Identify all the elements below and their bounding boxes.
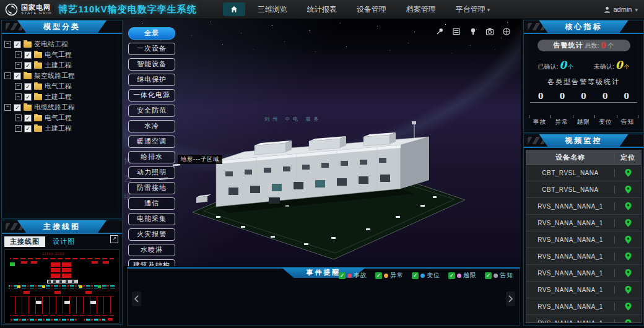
- layer-button[interactable]: 给排水: [128, 151, 175, 163]
- tree-node-label: 土建工程: [45, 61, 72, 70]
- legend-label: 告知: [500, 271, 513, 280]
- table-row[interactable]: RVS_NANA_NANA_1: [526, 231, 641, 248]
- expand-toggle-icon[interactable]: [15, 114, 22, 121]
- locate-button[interactable]: [625, 303, 632, 311]
- table-row[interactable]: RVS_NANA_NANA_1: [526, 215, 641, 231]
- nav-home-button[interactable]: [223, 2, 245, 16]
- expand-toggle-icon[interactable]: [15, 93, 22, 100]
- locate-button[interactable]: [625, 269, 632, 277]
- table-row[interactable]: CBT_RVSL_NANA: [526, 181, 641, 198]
- table-row[interactable]: RVS_NANA_NANA_1: [526, 198, 641, 215]
- layer-button[interactable]: 建筑及结构: [128, 259, 175, 266]
- expand-toggle-icon[interactable]: [4, 41, 11, 48]
- layers-icon[interactable]: [452, 27, 461, 36]
- panel-header: 主接线图: [2, 220, 122, 234]
- wiring-tab[interactable]: 设计图: [47, 236, 80, 247]
- expand-toggle-icon[interactable]: [15, 125, 22, 132]
- panel-title: 视频监控: [539, 134, 629, 147]
- locate-button[interactable]: [625, 169, 632, 177]
- locate-button[interactable]: [625, 319, 632, 324]
- pin-icon[interactable]: [435, 27, 444, 36]
- table-row[interactable]: RVS_NANA_NANA_1: [526, 248, 641, 265]
- nav-item[interactable]: 档案管理: [396, 4, 446, 15]
- model-category-panel: 模型分类 变电站工程 电气工程 土建工程: [1, 20, 123, 218]
- layer-button[interactable]: 暖通空调: [128, 136, 175, 148]
- tree-checkbox[interactable]: [24, 114, 32, 122]
- tree-node[interactable]: 电气工程: [4, 113, 120, 123]
- expand-toggle-icon[interactable]: [15, 62, 22, 69]
- main-wiring-panel: 主接线图 ↗ 主接线图 设计图 110kV 2016: [1, 220, 123, 325]
- expand-toggle-icon[interactable]: [4, 72, 11, 79]
- table-row[interactable]: RVS_NANA_NANA_1: [526, 282, 641, 298]
- camera-icon[interactable]: [485, 27, 494, 36]
- expand-toggle-icon[interactable]: [15, 83, 22, 90]
- locate-button[interactable]: [625, 202, 632, 210]
- tree-node[interactable]: 电气工程: [4, 81, 120, 92]
- nav-item-label: 设备管理: [357, 4, 386, 15]
- tree-node[interactable]: 电气工程: [4, 50, 120, 60]
- tree-node[interactable]: 土建工程: [4, 92, 120, 102]
- tree-checkbox[interactable]: [24, 125, 32, 132]
- layer-button[interactable]: 电能采集: [128, 213, 175, 225]
- expand-toggle-icon[interactable]: [15, 51, 22, 58]
- legend-checkbox[interactable]: [412, 272, 419, 279]
- layer-button[interactable]: 安全防范: [128, 105, 175, 117]
- table-row[interactable]: CBT_RVSL_NANA: [526, 165, 641, 181]
- layer-button[interactable]: 一次设备: [128, 43, 175, 55]
- tree-checkbox[interactable]: [14, 41, 21, 48]
- locate-button[interactable]: [625, 186, 632, 194]
- table-row[interactable]: RVS_NANA_NANA_1: [526, 298, 641, 315]
- map-pin-icon: [625, 202, 632, 210]
- tree-checkbox[interactable]: [14, 72, 21, 80]
- wiring-tab[interactable]: 主接线图: [4, 236, 45, 247]
- layer-button[interactable]: 动力照明: [128, 166, 175, 179]
- 3d-viewport[interactable]: 全景 一次设备 智能设备 继电保护 一体化电源 安全防范 水冷: [123, 19, 521, 266]
- nav-item[interactable]: 平台管理: [446, 4, 500, 15]
- alarm-chart-values: 00000: [530, 92, 637, 101]
- scroll-left-button[interactable]: [132, 291, 141, 306]
- nav-item-label: 统计报表: [307, 4, 337, 15]
- layer-button[interactable]: 水冷: [128, 120, 175, 132]
- map-pin-icon: [625, 186, 632, 194]
- table-row[interactable]: RVS_NANA_NANA_1: [526, 265, 641, 282]
- device-name: RVS_NANA_NANA_1: [526, 253, 614, 260]
- expand-diagram-icon[interactable]: ↗: [110, 235, 118, 243]
- expand-toggle-icon[interactable]: [4, 104, 11, 111]
- layer-button[interactable]: 一体化电源: [128, 89, 175, 101]
- legend-checkbox[interactable]: [448, 272, 455, 279]
- layer-button[interactable]: 水喷淋: [128, 244, 175, 256]
- legend-checkbox[interactable]: [375, 272, 382, 279]
- bulb-icon[interactable]: [469, 27, 477, 36]
- nav-item-label: 档案管理: [406, 4, 436, 15]
- legend-checkbox[interactable]: [339, 272, 346, 279]
- nav-item[interactable]: 统计报表: [297, 4, 347, 15]
- tree-node[interactable]: 架空线路工程: [4, 71, 120, 81]
- nav-item[interactable]: 设备管理: [347, 4, 396, 15]
- tree-checkbox[interactable]: [24, 62, 32, 69]
- locate-button[interactable]: [625, 236, 632, 244]
- nav-item[interactable]: 三维浏览: [248, 4, 297, 15]
- tree-checkbox[interactable]: [14, 104, 21, 111]
- layer-button[interactable]: 防雷接地: [128, 182, 175, 194]
- user-menu[interactable]: admin: [604, 0, 638, 19]
- tree-node[interactable]: 电缆线路工程: [4, 102, 120, 113]
- locate-button[interactable]: [625, 219, 632, 227]
- tree-checkbox[interactable]: [24, 93, 32, 101]
- tree-checkbox[interactable]: [24, 83, 32, 90]
- tree-checkbox[interactable]: [24, 51, 32, 59]
- locate-button[interactable]: [625, 286, 632, 294]
- locate-button[interactable]: [625, 252, 632, 261]
- layer-button[interactable]: 火灾报警: [128, 228, 175, 241]
- compass-icon[interactable]: [502, 27, 511, 36]
- table-row[interactable]: RVS_NANA_NANA_1: [526, 315, 641, 323]
- legend-checkbox[interactable]: [485, 272, 492, 279]
- panel-title: 主接线图: [17, 220, 107, 233]
- tree-node[interactable]: 土建工程: [4, 60, 120, 71]
- tree-node[interactable]: 土建工程: [4, 123, 120, 134]
- layer-button[interactable]: 智能设备: [128, 58, 175, 71]
- layer-button[interactable]: 通信: [128, 197, 175, 210]
- layer-button[interactable]: 继电保护: [128, 74, 175, 86]
- tree-node[interactable]: 变电站工程: [4, 39, 120, 50]
- layer-button[interactable]: 全景: [128, 27, 175, 40]
- scroll-right-button[interactable]: [506, 291, 515, 306]
